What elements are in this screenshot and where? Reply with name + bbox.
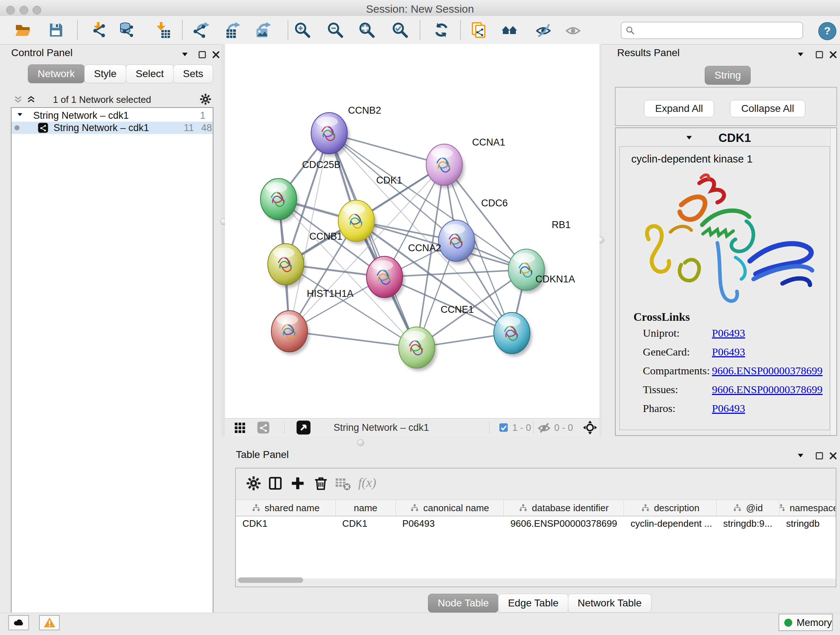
left-splitter[interactable] — [221, 44, 225, 436]
zoom-selected-icon[interactable] — [392, 21, 409, 39]
tab-network[interactable]: Network — [28, 65, 85, 83]
node-label-RB1: RB1 — [552, 219, 571, 230]
tab-edge-table[interactable]: Edge Table — [498, 594, 568, 613]
search-icon — [625, 25, 635, 35]
crosslink-value-link[interactable]: P06493 — [712, 346, 745, 358]
column-header-canonicalname[interactable]: canonical name — [396, 500, 504, 516]
toggle-visibility-icon[interactable] — [535, 21, 552, 39]
import-network-icon[interactable] — [90, 21, 107, 39]
node-CCNB2[interactable]: CCNB2 — [311, 105, 381, 157]
network-collection-row[interactable]: String Network – cdk1 1 — [11, 109, 213, 122]
network-status-dot — [14, 125, 19, 130]
tab-network-table[interactable]: Network Table — [568, 594, 652, 613]
manual-layout-icon[interactable] — [583, 420, 598, 435]
table-row[interactable]: CDK1CDK1P064939606.ENSP00000378699cyclin… — [236, 516, 836, 531]
open-file-icon[interactable] — [14, 21, 32, 39]
refresh-view-icon[interactable] — [433, 21, 450, 39]
horizontal-splitter-handle[interactable] — [357, 440, 364, 446]
network-canvas[interactable]: CCNB2 CCNA1 CDC25B CDK1 CDC6 — [225, 44, 600, 418]
crosslinks-title: CrossLinks — [633, 310, 690, 324]
share-network-icon[interactable] — [257, 421, 270, 434]
column-header-databaseidentifier[interactable]: database identifier — [504, 500, 624, 516]
cloud-button[interactable] — [8, 615, 29, 630]
network-tree: String Network – cdk1 1 String Network –… — [11, 107, 213, 621]
preview-eye-icon[interactable] — [564, 21, 582, 39]
column-header-namespace[interactable]: namespace — [780, 500, 836, 516]
node-CCNE1[interactable]: CCNE1 — [399, 304, 474, 371]
delete-column-icon[interactable] — [313, 475, 329, 492]
tab-node-table[interactable]: Node Table — [428, 594, 499, 613]
string-house-icon[interactable] — [501, 21, 518, 39]
column-header-sharedname[interactable]: shared name — [236, 500, 336, 516]
tab-string[interactable]: String — [705, 66, 751, 85]
add-column-icon[interactable] — [289, 475, 306, 492]
clear-table-icon[interactable] — [334, 475, 351, 492]
control-panel-close-icon[interactable] — [211, 50, 221, 59]
toolbar-separator — [182, 20, 183, 40]
scrollbar-thumb[interactable] — [238, 578, 303, 583]
control-panel-menu-icon[interactable] — [180, 50, 189, 59]
results-panel-close-icon[interactable] — [829, 50, 838, 59]
table-panel-menu-icon[interactable] — [796, 451, 805, 461]
table-settings-gear-icon[interactable] — [245, 475, 262, 492]
node-HIST1H1A[interactable]: HIST1H1A — [271, 288, 354, 355]
control-panel-title: Control Panel — [11, 47, 73, 59]
expand-all-button[interactable]: Expand All — [644, 100, 714, 117]
node-CDK1[interactable]: CDK1 — [338, 175, 402, 244]
hidden-elements-icon[interactable] — [537, 420, 551, 435]
selected-nodes-checkbox[interactable] — [499, 423, 508, 432]
duplicate-network-icon[interactable] — [470, 21, 488, 39]
function-builder-icon[interactable]: f(x) — [358, 475, 376, 490]
results-panel-float-icon[interactable] — [815, 50, 824, 59]
column-header-id[interactable]: @id — [717, 500, 780, 516]
split-columns-icon[interactable] — [267, 475, 284, 492]
gene-section-collapse-icon[interactable] — [684, 133, 694, 143]
results-scrollbar[interactable] — [830, 128, 836, 435]
column-header-name[interactable]: name — [336, 500, 396, 516]
memory-button[interactable]: Memory — [778, 614, 833, 631]
node-CCNB1[interactable]: CCNB1 — [268, 231, 343, 288]
help-button[interactable]: ? — [818, 22, 836, 40]
crosslink-value-link[interactable]: P06493 — [712, 327, 745, 339]
tab-sets[interactable]: Sets — [173, 65, 213, 83]
node-CDC6[interactable]: CDC6 — [439, 198, 508, 264]
control-panel-float-icon[interactable] — [197, 50, 207, 59]
main-toolbar: ? — [0, 16, 840, 44]
table-panel-close-icon[interactable] — [829, 451, 838, 461]
node-label-CCNE1: CCNE1 — [441, 304, 474, 315]
crosslink-value-link[interactable]: 9606.ENSP00000378699 — [712, 364, 823, 377]
export-network-icon[interactable] — [193, 21, 210, 39]
import-table-icon[interactable] — [153, 21, 171, 39]
zoom-fit-icon[interactable] — [358, 21, 376, 39]
tab-style[interactable]: Style — [84, 65, 126, 83]
collection-expand-icon[interactable] — [16, 111, 24, 119]
tab-select[interactable]: Select — [126, 65, 174, 83]
column-header-description[interactable]: description — [624, 500, 717, 516]
export-table-icon[interactable] — [224, 21, 241, 39]
string-network-graph[interactable]: CCNB2 CCNA1 CDC25B CDK1 CDC6 — [225, 44, 600, 418]
import-database-icon[interactable] — [118, 21, 135, 39]
search-input[interactable] — [639, 23, 799, 37]
network-row-selected[interactable]: String Network – cdk1 11 48 — [11, 122, 213, 134]
table-horizontal-scrollbar[interactable] — [237, 577, 834, 583]
node-CCNA1[interactable]: CCNA1 — [426, 137, 505, 188]
collapse-all-button[interactable]: Collapse All — [730, 100, 805, 117]
protein-structure-image — [627, 171, 822, 308]
results-panel-menu-icon[interactable] — [796, 50, 805, 59]
node-label-HIST1H1A: HIST1H1A — [307, 288, 354, 299]
network-options-gear-icon[interactable] — [199, 93, 212, 106]
save-session-icon[interactable] — [47, 21, 65, 39]
toolbar-separator — [77, 20, 78, 40]
thumbnail-grid-icon[interactable] — [234, 421, 247, 434]
results-panel-title: Results Panel — [617, 47, 680, 59]
export-image-icon[interactable] — [254, 21, 272, 39]
crosslink-value-link[interactable]: 9606.ENSP00000378699 — [712, 383, 823, 396]
birdseye-view-icon[interactable] — [296, 420, 311, 435]
edge-CCNA1-CCNE1[interactable] — [417, 165, 444, 348]
warning-button[interactable] — [39, 615, 60, 630]
toolbar-separator — [420, 20, 420, 40]
zoom-in-icon[interactable] — [294, 21, 311, 39]
zoom-out-icon[interactable] — [327, 21, 344, 39]
table-panel-float-icon[interactable] — [815, 451, 824, 461]
crosslink-value-link[interactable]: P06493 — [712, 402, 745, 415]
